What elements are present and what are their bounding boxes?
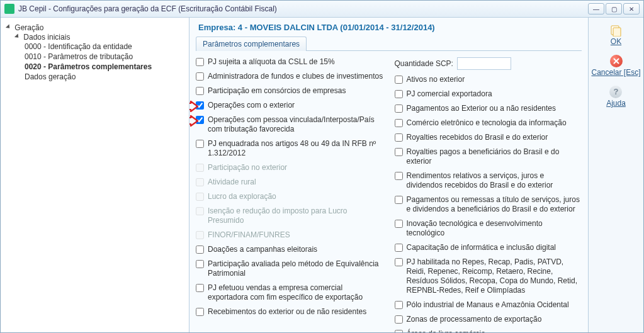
checkbox-row: Participação avaliada pelo método de Equ…: [196, 259, 383, 278]
checkbox-row: Áreas de livre comércio: [395, 329, 582, 332]
tree-group[interactable]: Dados iniciais 0000 - Identificação da e…: [16, 32, 185, 82]
highlight-arrow-icon: [189, 115, 198, 127]
svg-rect-1: [613, 28, 621, 37]
checkbox-row: Operações com o exterior: [196, 101, 383, 110]
checkbox-input[interactable]: [395, 196, 403, 204]
checkbox-label: Zonas de processamento de exportação: [407, 315, 542, 324]
tree-item-label: 0010 - Parâmetros de tributação: [25, 52, 133, 61]
checkbox-row: Pagamentos ao Exterior ou a não resident…: [395, 104, 582, 113]
titlebar: JB Cepil - Configurações para geração da…: [1, 1, 643, 18]
checkbox-input[interactable]: [395, 315, 403, 324]
checkbox-label: Participação em consórcios de empresas: [208, 86, 346, 96]
checkbox-input: [196, 164, 204, 172]
checkbox-row: PJ sujeita a alíquota da CSLL de 15%: [196, 57, 383, 67]
tab-parametros-complementares[interactable]: Parâmetros complementares: [196, 37, 307, 51]
checkbox-input[interactable]: [196, 87, 204, 95]
tabstrip: Parâmetros complementares: [196, 36, 582, 51]
checkbox-label: Doações a campanhas eleitorais: [208, 245, 317, 254]
checkbox-label: Royalties pagos a beneficiários do Brasi…: [407, 147, 582, 166]
help-label: Ajuda: [606, 99, 626, 108]
checkbox-row: Participação no exterior: [196, 163, 383, 172]
checkbox-label: PJ comercial exportadora: [407, 89, 492, 99]
tree-group-label: Dados iniciais: [23, 33, 70, 42]
checkbox-input[interactable]: [395, 301, 403, 309]
checkbox-input[interactable]: [196, 72, 204, 81]
checkbox-row: Pagamentos ou remessas a título de servi…: [395, 195, 582, 214]
close-button[interactable]: ✕: [623, 3, 640, 14]
caret-icon: [14, 33, 20, 39]
window-title: JB Cepil - Configurações para geração da…: [18, 4, 277, 13]
checkbox-row: Atividade rural: [196, 178, 383, 187]
checkbox-input[interactable]: [395, 244, 403, 252]
minimize-button[interactable]: —: [588, 3, 604, 14]
tree-item-label: 0020 - Parâmetros complementares: [25, 62, 152, 71]
checkbox-input: [196, 207, 204, 215]
tree-item[interactable]: Dados geração: [25, 72, 185, 82]
checkbox-input[interactable]: [395, 119, 403, 127]
highlight-arrow-icon: [189, 101, 198, 112]
checkbox-label: Royalties recebidos do Brasil e do exter…: [407, 133, 548, 142]
checkbox-label: Administradora de fundos e clubes de inv…: [208, 72, 383, 81]
checkbox-input[interactable]: [196, 58, 204, 66]
tree-item-label: 0000 - Identificação da entidade: [25, 42, 132, 51]
right-column: Quantidade SCP:Ativos no exteriorPJ come…: [395, 57, 582, 332]
checkbox-input[interactable]: [395, 104, 403, 113]
checkbox-input[interactable]: [395, 330, 403, 332]
scp-input[interactable]: [457, 57, 511, 70]
checkbox-input[interactable]: [395, 76, 403, 84]
help-icon: ?: [609, 86, 622, 98]
checkbox-row: Inovação tecnológica e desenvolvimento t…: [395, 219, 582, 238]
checkbox-input[interactable]: [196, 140, 204, 148]
nav-tree[interactable]: Geração Dados iniciais 0000 - Identifica…: [1, 18, 189, 332]
checkbox-row: Pólo industrial de Manaus e Amazônia Oci…: [395, 300, 582, 310]
checkbox-label: PJ efetuou vendas a empresa comercial ex…: [208, 283, 383, 302]
tree-root[interactable]: Geração Dados iniciais 0000 - Identifica…: [7, 23, 185, 83]
checkbox-input[interactable]: [395, 220, 403, 228]
checkbox-input[interactable]: [395, 148, 403, 156]
checkbox-row: Administradora de fundos e clubes de inv…: [196, 72, 383, 81]
checkbox-row: PJ habilitada no Repes, Recap, Padis, PA…: [395, 257, 582, 295]
checkbox-row: Participação em consórcios de empresas: [196, 86, 383, 96]
checkbox-row: PJ efetuou vendas a empresa comercial ex…: [196, 283, 383, 302]
checkbox-input[interactable]: [395, 90, 403, 98]
checkbox-input[interactable]: [395, 133, 403, 142]
checkbox-label: Pólo industrial de Manaus e Amazônia Oci…: [407, 300, 569, 310]
company-header: Empresa: 4 - MOVEIS DALCIN LTDA (01/01/2…: [196, 21, 582, 36]
checkbox-input[interactable]: [196, 260, 204, 268]
action-panel: OK Cancelar [Esc] ? Ajuda: [588, 18, 643, 332]
checkbox-label: Atividade rural: [208, 178, 256, 187]
checkbox-input[interactable]: [196, 246, 204, 254]
checkbox-label: Operações com pessoa vinculada/Interpost…: [208, 115, 383, 134]
checkbox-row: Comércio eletrônico e tecnologia da info…: [395, 118, 582, 128]
help-button[interactable]: ? Ajuda: [606, 86, 626, 108]
checkbox-input[interactable]: [395, 258, 403, 266]
maximize-button[interactable]: ▢: [606, 3, 622, 14]
checkbox-input[interactable]: [196, 284, 204, 292]
checkbox-row: PJ enquadrada nos artigos 48 ou 49 da IN…: [196, 139, 383, 158]
checkbox-row: Capacitação de informática e inclusão di…: [395, 243, 582, 252]
tree-item[interactable]: 0020 - Parâmetros complementares: [25, 62, 185, 72]
checkbox-row: Royalties recebidos do Brasil e do exter…: [395, 133, 582, 142]
checkbox-label: Pagamentos ou remessas a título de servi…: [407, 195, 582, 214]
tree-item[interactable]: 0000 - Identificação da entidade: [25, 42, 185, 52]
checkbox-input[interactable]: [395, 172, 403, 180]
checkbox-row: FINOR/FINAM/FUNRES: [196, 230, 383, 240]
checkbox-row: Zonas de processamento de exportação: [395, 315, 582, 324]
checkbox-label: PJ habilitada no Repes, Recap, Padis, PA…: [407, 257, 582, 295]
checkbox-input[interactable]: [196, 308, 204, 316]
ok-button[interactable]: OK: [610, 24, 623, 46]
cancel-icon: [610, 55, 623, 67]
cancel-button[interactable]: Cancelar [Esc]: [591, 55, 640, 77]
checkbox-row: Lucro da exploração: [196, 192, 383, 201]
checkbox-row: Doações a campanhas eleitorais: [196, 245, 383, 254]
checkbox-input: [196, 193, 204, 201]
tree-root-label: Geração: [14, 23, 43, 32]
checkbox-label: PJ enquadrada nos artigos 48 ou 49 da IN…: [208, 139, 383, 158]
checkbox-label: Ativos no exterior: [407, 75, 465, 84]
checkbox-row: Royalties pagos a beneficiários do Brasi…: [395, 147, 582, 166]
checkbox-label: Rendimentos relativos a serviços, juros …: [407, 171, 582, 190]
tree-item[interactable]: 0010 - Parâmetros de tributação: [25, 52, 185, 62]
checkbox-label: Áreas de livre comércio: [407, 329, 485, 332]
caret-icon: [6, 24, 11, 30]
app-icon: [4, 4, 14, 14]
